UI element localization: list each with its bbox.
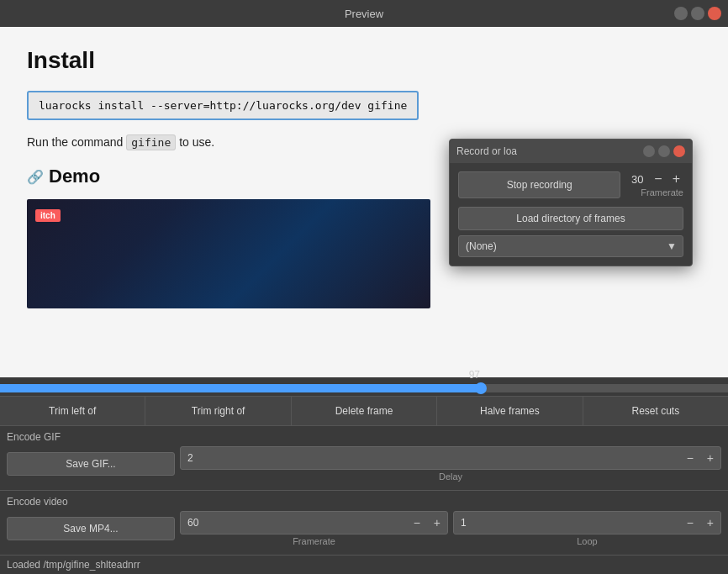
delay-number-group: − + bbox=[180, 446, 721, 470]
minimize-button[interactable]: ─ bbox=[674, 7, 688, 20]
dialog-minimize-button[interactable] bbox=[643, 145, 655, 157]
close-button[interactable]: ✕ bbox=[708, 7, 721, 20]
frame-counter: 97 bbox=[469, 369, 480, 381]
status-bar: Loaded /tmp/gifine_shlteadnrr bbox=[0, 555, 728, 574]
dialog-framerate-decrease-button[interactable]: − bbox=[651, 172, 665, 186]
dialog-controls bbox=[643, 145, 685, 157]
demo-title-text: Demo bbox=[49, 166, 100, 187]
encode-video-label: Encode video bbox=[7, 496, 721, 508]
load-directory-button[interactable]: Load directory of frames bbox=[458, 207, 683, 230]
dialog-close-button[interactable] bbox=[673, 145, 685, 157]
framerate-increase-button[interactable]: + bbox=[427, 513, 447, 532]
demo-image-inner: itch bbox=[27, 199, 430, 308]
delay-increase-button[interactable]: + bbox=[700, 449, 720, 467]
loop-input[interactable] bbox=[454, 512, 680, 534]
delay-input[interactable] bbox=[181, 447, 680, 469]
progress-handle[interactable] bbox=[475, 382, 487, 394]
run-command-code: gifine bbox=[126, 134, 176, 150]
loop-increase-button[interactable]: + bbox=[700, 513, 720, 532]
title-bar: Preview ─ □ ✕ bbox=[0, 0, 728, 27]
window-controls: ─ □ ✕ bbox=[674, 7, 721, 20]
dialog-framerate-increase-button[interactable]: + bbox=[669, 172, 683, 186]
progress-bar[interactable] bbox=[0, 384, 728, 392]
delay-decrease-button[interactable]: − bbox=[680, 449, 700, 467]
stop-recording-row: Stop recording 30 − + Framerate bbox=[458, 171, 683, 198]
trim-right-button[interactable]: Trim right of bbox=[145, 397, 291, 425]
encode-gif-section: Encode GIF Save GIF... − + Delay bbox=[0, 425, 728, 490]
dialog-title-bar: Record or loa bbox=[450, 140, 692, 163]
framerate-decrease-button[interactable]: − bbox=[407, 513, 427, 532]
encode-gif-row: Save GIF... − + Delay bbox=[7, 446, 721, 482]
status-text: Loaded /tmp/gifine_shlteadnrr bbox=[7, 559, 140, 571]
maximize-button[interactable]: □ bbox=[691, 7, 704, 20]
reset-cuts-button[interactable]: Reset cuts bbox=[583, 397, 728, 425]
encode-video-row: Save MP4... − + Framerate − + Loop bbox=[7, 511, 721, 546]
delay-label: Delay bbox=[180, 471, 721, 482]
install-title: Install bbox=[27, 47, 701, 74]
stop-recording-button[interactable]: Stop recording bbox=[458, 171, 620, 198]
loop-decrease-button[interactable]: − bbox=[680, 513, 700, 532]
dialog-body: Stop recording 30 − + Framerate Load dir… bbox=[450, 163, 692, 266]
action-buttons-row: Trim left of Trim right of Delete frame … bbox=[0, 396, 728, 425]
loop-number-group: − + bbox=[453, 511, 721, 535]
dialog-maximize-button[interactable] bbox=[658, 145, 670, 157]
trim-left-button[interactable]: Trim left of bbox=[0, 397, 145, 425]
encode-video-section: Encode video Save MP4... − + Framerate −… bbox=[0, 490, 728, 555]
dialog-title: Record or loa bbox=[456, 145, 517, 157]
itch-logo: itch bbox=[35, 209, 61, 222]
framerate-controls: 30 − + bbox=[627, 172, 683, 186]
framerate-input[interactable] bbox=[181, 512, 407, 534]
timeline-area: 97 Trim left of Trim right of Delete fra… bbox=[0, 377, 728, 574]
framerate-input-group: − + Framerate bbox=[180, 511, 448, 546]
run-command-suffix: to use. bbox=[179, 135, 214, 149]
framerate-label: Framerate bbox=[180, 536, 448, 546]
dialog-framerate-value: 30 bbox=[627, 173, 647, 186]
progress-fill bbox=[0, 384, 481, 392]
window-title: Preview bbox=[345, 8, 383, 20]
dialog-framerate-group: 30 − + Framerate bbox=[627, 172, 683, 197]
directory-dropdown[interactable]: (None) bbox=[458, 235, 683, 257]
encode-gif-label: Encode GIF bbox=[7, 431, 721, 443]
loop-input-group: − + Loop bbox=[453, 511, 721, 546]
delay-input-group: − + Delay bbox=[180, 446, 721, 482]
save-mp4-button[interactable]: Save MP4... bbox=[7, 517, 175, 540]
code-block[interactable]: luarocks install --server=http://luarock… bbox=[27, 91, 419, 120]
delete-frame-button[interactable]: Delete frame bbox=[292, 397, 437, 425]
framerate-number-group: − + bbox=[180, 511, 448, 535]
link-icon: 🔗 bbox=[27, 169, 44, 185]
record-dialog: Record or loa Stop recording 30 − + Fram… bbox=[449, 139, 693, 266]
save-gif-button[interactable]: Save GIF... bbox=[7, 452, 175, 476]
halve-frames-button[interactable]: Halve frames bbox=[437, 397, 583, 425]
loop-label: Loop bbox=[453, 536, 721, 546]
run-command-prefix: Run the command bbox=[27, 135, 123, 149]
demo-image: itch bbox=[27, 199, 430, 308]
dialog-framerate-label: Framerate bbox=[641, 187, 683, 197]
directory-dropdown-wrapper: (None) ▼ bbox=[458, 235, 683, 257]
